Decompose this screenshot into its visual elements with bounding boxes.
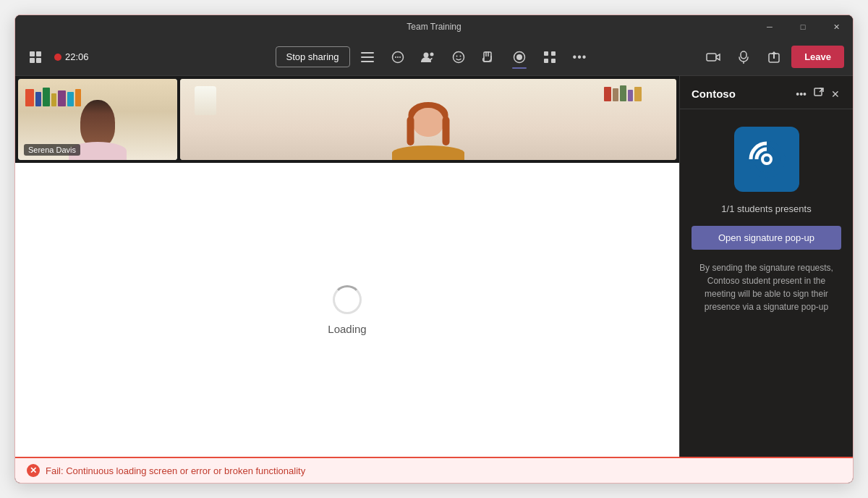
grid-icon[interactable] xyxy=(24,46,47,69)
local-video-thumb: Serena Davis xyxy=(18,79,177,160)
apps-button[interactable] xyxy=(537,44,563,70)
camera-button[interactable] xyxy=(700,44,726,70)
loading-text: Loading xyxy=(328,323,366,335)
content-area: Serena Davis xyxy=(15,76,853,457)
mic-button[interactable] xyxy=(731,44,757,70)
toolbar-center: Stop sharing xyxy=(276,44,593,70)
remote-video-bg xyxy=(180,79,676,160)
fail-bar: ✕ Fail: Continuous loading screen or err… xyxy=(15,457,853,483)
side-panel-body: 1/1 students presents Open signature pop… xyxy=(680,109,853,457)
recording-time: 22:06 xyxy=(65,51,89,62)
leave-button[interactable]: Leave xyxy=(791,46,844,68)
side-panel-close-icon[interactable]: ✕ xyxy=(830,87,841,101)
svg-point-9 xyxy=(397,56,399,58)
record-button[interactable] xyxy=(506,44,532,70)
stop-sharing-button[interactable]: Stop sharing xyxy=(276,46,350,67)
side-panel-icons: ••• ✕ xyxy=(794,86,841,101)
recording-dot xyxy=(54,54,61,61)
svg-point-21 xyxy=(516,54,522,60)
svg-point-12 xyxy=(430,52,433,56)
restore-button[interactable]: □ xyxy=(786,15,820,38)
remote-video-thumb xyxy=(180,79,676,160)
meeting-toolbar: 22:06 Stop sharing xyxy=(15,38,853,76)
svg-rect-0 xyxy=(30,51,35,56)
app-logo xyxy=(734,127,799,192)
side-panel-more-icon[interactable]: ••• xyxy=(794,87,808,101)
svg-rect-4 xyxy=(361,52,374,54)
share-tray-button[interactable] xyxy=(761,44,787,70)
svg-rect-1 xyxy=(36,51,41,56)
recording-badge: 22:06 xyxy=(54,51,89,62)
open-signature-popup-button[interactable]: Open signature pop-up xyxy=(692,226,841,250)
fail-icon: ✕ xyxy=(27,464,40,477)
side-panel-header: Contoso ••• ✕ xyxy=(680,76,853,109)
raise-hand-button[interactable] xyxy=(476,44,502,70)
toolbar-left: 22:06 xyxy=(24,46,271,69)
svg-rect-27 xyxy=(741,51,746,59)
more-button[interactable]: ••• xyxy=(567,44,593,70)
local-participant-name: Serena Davis xyxy=(24,144,80,156)
svg-rect-3 xyxy=(36,58,41,63)
loading-spinner xyxy=(333,285,362,314)
svg-point-10 xyxy=(399,56,401,58)
svg-rect-23 xyxy=(551,51,556,56)
students-count: 1/1 students presents xyxy=(721,203,811,214)
window-title: Team Training xyxy=(407,22,461,32)
svg-rect-5 xyxy=(361,56,374,58)
svg-point-15 xyxy=(459,55,461,56)
close-button[interactable]: ✕ xyxy=(820,15,853,38)
fail-message: Fail: Continuous loading screen or error… xyxy=(46,465,305,476)
svg-point-11 xyxy=(423,52,428,57)
side-panel-description: By sending the signature requests, Conto… xyxy=(692,261,841,313)
svg-rect-26 xyxy=(707,54,716,61)
teams-window: Team Training ─ □ ✕ 22:06 Stop sh xyxy=(14,14,854,484)
svg-rect-22 xyxy=(544,51,548,56)
toolbar-right: Leave xyxy=(597,44,845,70)
share-area: Loading xyxy=(15,163,679,457)
svg-rect-6 xyxy=(361,61,374,62)
window-controls: ─ □ ✕ xyxy=(753,15,853,38)
emoji-button[interactable] xyxy=(446,44,472,70)
svg-point-14 xyxy=(456,55,457,56)
people-button[interactable] xyxy=(415,44,441,70)
title-bar: Team Training ─ □ ✕ xyxy=(15,15,853,38)
video-strip: Serena Davis xyxy=(15,76,679,163)
svg-rect-30 xyxy=(814,88,822,96)
menu-lines-button[interactable] xyxy=(354,44,380,70)
minimize-button[interactable]: ─ xyxy=(753,15,786,38)
side-panel-popout-icon[interactable] xyxy=(812,86,825,101)
svg-point-34 xyxy=(762,155,771,164)
svg-rect-25 xyxy=(551,59,556,63)
svg-point-8 xyxy=(395,56,396,58)
chat-button[interactable] xyxy=(385,44,411,70)
side-panel: Contoso ••• ✕ xyxy=(679,76,853,457)
side-panel-title: Contoso xyxy=(692,88,794,100)
main-area: Serena Davis xyxy=(15,76,679,457)
svg-point-13 xyxy=(453,51,464,62)
svg-rect-24 xyxy=(544,59,548,63)
svg-rect-2 xyxy=(30,58,35,63)
